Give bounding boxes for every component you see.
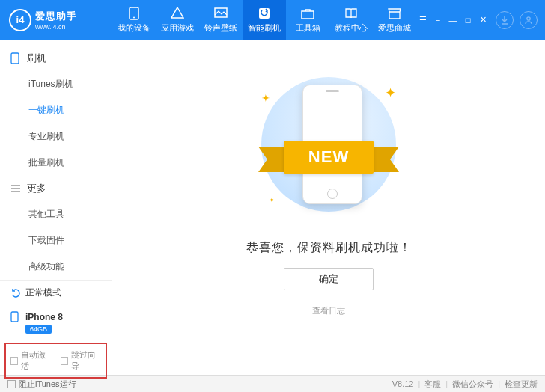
version-text: V8.12 [392, 379, 414, 388]
footer-right: V8.12 | 客服 | 微信公众号 | 检查更新 [392, 379, 538, 390]
nav-ringtones[interactable]: 铃声壁纸 [199, 0, 243, 40]
confirm-button[interactable]: 确定 [284, 268, 374, 290]
nav-label: 我的设备 [118, 22, 150, 34]
sidebar-item-download-firmware[interactable]: 下载固件 [0, 227, 112, 254]
apps-icon [170, 7, 185, 20]
hamburger-icon [10, 184, 22, 193]
nav-flash[interactable]: 智能刷机 [243, 0, 286, 40]
logo-icon: i4 [9, 9, 31, 31]
svg-point-1 [133, 16, 135, 18]
success-illustration: NEW ✦ ✦ ✦ [239, 70, 418, 227]
bottom-checkboxes: 自动激活 跳过向导 [4, 343, 107, 379]
check-update-link[interactable]: 检查更新 [505, 379, 538, 390]
nav-label: 智能刷机 [248, 22, 281, 34]
phone-icon [10, 52, 22, 64]
brand-name: 爱思助手 [35, 10, 77, 23]
nav-label: 应用游戏 [161, 22, 194, 34]
sparkle-icon: ✦ [261, 92, 270, 104]
sidebar-group-more[interactable]: 更多 [0, 176, 112, 201]
svg-rect-6 [11, 53, 19, 64]
sparkle-icon: ✦ [269, 196, 275, 204]
checkbox-block-itunes[interactable]: 阻止iTunes运行 [7, 379, 76, 390]
phone-icon [10, 311, 21, 322]
svg-rect-4 [302, 11, 314, 19]
toolbox-icon [300, 7, 315, 20]
nav-apps[interactable]: 应用游戏 [156, 0, 199, 40]
close-icon[interactable]: ✕ [476, 13, 490, 27]
nav-label: 爱思商城 [378, 22, 411, 34]
sparkle-icon: ✦ [385, 85, 396, 101]
checkbox-auto-activate[interactable]: 自动激活 [10, 349, 52, 372]
sidebar-item-itunes-flash[interactable]: iTunes刷机 [0, 71, 112, 97]
flash-icon [257, 7, 272, 20]
device-name: iPhone 8 [25, 312, 63, 322]
checkbox-icon [61, 357, 68, 365]
skin-icon[interactable]: ☰ [416, 13, 430, 27]
phone-icon [127, 7, 141, 20]
window-controls: ☰ ≡ — □ ✕ [416, 11, 545, 29]
checkbox-icon [7, 380, 16, 388]
body: 刷机 iTunes刷机 一键刷机 专业刷机 批量刷机 更多 其他工具 下载固件 … [0, 40, 545, 375]
sidebar-list: 刷机 iTunes刷机 一键刷机 专业刷机 批量刷机 更多 其他工具 下载固件 … [0, 40, 112, 280]
nav-store[interactable]: 爱思商城 [373, 0, 416, 40]
svg-rect-3 [259, 8, 270, 19]
nav-label: 工具箱 [296, 22, 320, 34]
minimize-icon[interactable]: — [446, 13, 460, 27]
nav-label: 铃声壁纸 [204, 22, 237, 34]
ribbon-icon: NEW [254, 141, 404, 178]
support-link[interactable]: 客服 [424, 379, 441, 390]
storage-badge: 64GB [25, 325, 52, 334]
menu-icon[interactable]: ≡ [431, 13, 445, 27]
checkbox-label: 跳过向导 [71, 349, 101, 372]
ribbon-text: NEW [284, 141, 374, 174]
logo-area: i4 爱思助手 www.i4.cn [0, 9, 112, 31]
wallpaper-icon [213, 7, 228, 20]
sidebar-item-batch-flash[interactable]: 批量刷机 [0, 150, 112, 176]
sidebar-item-oneclick-flash[interactable]: 一键刷机 [0, 97, 112, 123]
sidebar-group-title: 刷机 [27, 52, 46, 65]
device-info[interactable]: iPhone 8 64GB [0, 305, 112, 340]
status-text: 正常模式 [25, 287, 61, 299]
success-message: 恭喜您，保资料刷机成功啦！ [246, 240, 412, 256]
sidebar: 刷机 iTunes刷机 一键刷机 专业刷机 批量刷机 更多 其他工具 下载固件 … [0, 40, 112, 375]
content: NEW ✦ ✦ ✦ 恭喜您，保资料刷机成功啦！ 确定 查看日志 [112, 40, 545, 375]
brand-url: www.i4.cn [35, 23, 77, 31]
sidebar-group-flash[interactable]: 刷机 [0, 46, 112, 71]
download-icon[interactable] [496, 11, 514, 29]
nav-my-device[interactable]: 我的设备 [112, 0, 156, 40]
nav-label: 教程中心 [335, 22, 368, 34]
main-nav: 我的设备 应用游戏 铃声壁纸 智能刷机 工具箱 教程中心 爱思商城 [112, 0, 416, 40]
checkbox-label: 阻止iTunes运行 [19, 379, 76, 390]
refresh-icon [10, 288, 21, 298]
maximize-icon[interactable]: □ [461, 13, 475, 27]
sidebar-group-title: 更多 [27, 182, 46, 195]
nav-toolbox[interactable]: 工具箱 [286, 0, 329, 40]
svg-point-5 [527, 16, 530, 19]
logo-text: 爱思助手 www.i4.cn [35, 10, 77, 31]
sidebar-bottom: 正常模式 iPhone 8 64GB 自动激活 跳过向导 [0, 280, 112, 383]
svg-rect-7 [11, 312, 18, 322]
sidebar-item-pro-flash[interactable]: 专业刷机 [0, 123, 112, 150]
checkbox-skip-guide[interactable]: 跳过向导 [61, 349, 102, 372]
wechat-link[interactable]: 微信公众号 [452, 379, 493, 390]
sidebar-item-advanced[interactable]: 高级功能 [0, 254, 112, 280]
view-log-link[interactable]: 查看日志 [312, 305, 345, 316]
checkbox-label: 自动激活 [21, 349, 51, 372]
user-icon[interactable] [520, 11, 538, 29]
title-bar: i4 爱思助手 www.i4.cn 我的设备 应用游戏 铃声壁纸 智能刷机 工具… [0, 0, 545, 40]
store-icon [387, 7, 402, 20]
sidebar-item-other-tools[interactable]: 其他工具 [0, 201, 112, 227]
nav-tutorials[interactable]: 教程中心 [329, 0, 373, 40]
device-status[interactable]: 正常模式 [0, 281, 112, 305]
book-icon [344, 7, 359, 20]
checkbox-icon [10, 357, 18, 365]
